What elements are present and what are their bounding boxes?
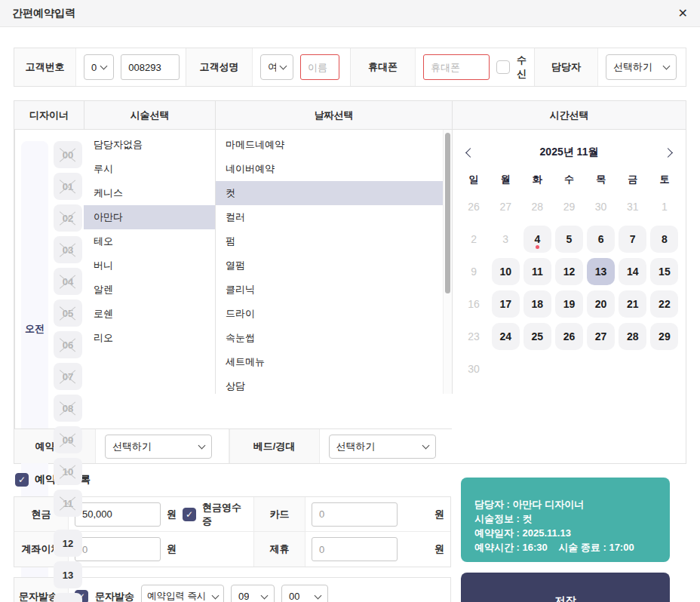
procedure-scrollbar[interactable] xyxy=(443,130,452,394)
card-input[interactable] xyxy=(312,502,398,527)
designer-item[interactable]: 담당자없음 xyxy=(84,133,215,157)
calendar-day[interactable]: 26 xyxy=(555,323,583,350)
designer-item[interactable]: 루시 xyxy=(84,157,215,181)
calendar-prev-icon[interactable] xyxy=(465,148,475,158)
customer-number-input[interactable] xyxy=(121,54,180,80)
summary-line: 예약일자 : 2025.11.13 xyxy=(474,526,656,540)
transfer-input[interactable] xyxy=(75,537,161,561)
am-hour-button: 05 xyxy=(54,299,82,327)
sms-hour-select[interactable]: 09 xyxy=(231,585,275,602)
procedure-item[interactable]: 컬러 xyxy=(216,205,452,229)
booking-type-select[interactable]: 선택하기 xyxy=(105,435,212,459)
procedure-item[interactable]: 열펌 xyxy=(216,253,452,278)
weekday-label: 화 xyxy=(521,173,553,186)
chevron-down-icon xyxy=(663,63,671,70)
calendar-day[interactable]: 14 xyxy=(619,258,646,285)
manager-select[interactable]: 선택하기 xyxy=(606,54,677,80)
cash-receipt-checkbox[interactable]: ✓ xyxy=(183,508,196,521)
phone-cell: 수신 xyxy=(416,48,535,86)
calendar-day[interactable]: 19 xyxy=(555,290,583,318)
designer-item[interactable]: 알렌 xyxy=(84,278,215,302)
calendar-day[interactable]: 27 xyxy=(587,323,615,350)
customer-number-prefix-select[interactable]: 0 xyxy=(84,54,114,80)
procedure-list: 마메드네예약네이버예약컷컬러펌열펌클리닉드라이속눈썹세트메뉴상담 xyxy=(215,130,452,394)
phone-label: 휴대폰 xyxy=(351,48,416,86)
calendar-day-today[interactable]: 4 xyxy=(523,226,551,253)
customer-name-input[interactable] xyxy=(300,54,339,80)
pm-hour-button[interactable]: 13 xyxy=(54,561,82,588)
calendar-day[interactable]: 18 xyxy=(523,290,551,318)
partner-input[interactable] xyxy=(312,537,398,561)
calendar-day xyxy=(555,355,583,382)
calendar-day[interactable]: 24 xyxy=(492,323,520,350)
designer-item-selected[interactable]: 아만다 xyxy=(84,205,215,229)
calendar-day xyxy=(492,355,520,382)
pm-hour-button[interactable]: 14 xyxy=(54,593,82,602)
calendar-day[interactable]: 29 xyxy=(650,323,678,350)
weekday-label: 월 xyxy=(490,173,521,186)
calendar-day[interactable]: 10 xyxy=(492,258,520,285)
procedure-item-selected[interactable]: 컷 xyxy=(216,181,452,205)
calendar-day[interactable]: 6 xyxy=(587,226,615,253)
save-button[interactable]: 저장 xyxy=(461,573,670,602)
customer-name-cell: 여 xyxy=(253,48,351,86)
calendar-day-selected[interactable]: 13 xyxy=(587,258,615,285)
dialog-title: 간편예약입력 xyxy=(12,7,75,20)
calendar-day[interactable]: 25 xyxy=(523,323,551,350)
dialog-titlebar: 간편예약입력 ✕ xyxy=(0,0,700,27)
designer-list: 담당자없음루시케니스아만다테오버니알렌로쉔리오 xyxy=(84,130,215,394)
pm-hour-button[interactable]: 12 xyxy=(54,530,82,557)
designer-item[interactable]: 케니스 xyxy=(84,181,215,205)
calendar-day[interactable]: 8 xyxy=(650,226,678,253)
partner-label: 제휴 xyxy=(254,532,305,567)
receive-checkbox[interactable] xyxy=(496,60,510,74)
manager-cell: 선택하기 xyxy=(598,48,686,86)
scrollbar-thumb[interactable] xyxy=(445,133,450,293)
won-label: 원 xyxy=(434,542,444,556)
calendar-day[interactable]: 5 xyxy=(555,226,583,253)
sms-timing-select[interactable]: 예약입력 즉시 xyxy=(141,585,224,602)
am-hour-button: 06 xyxy=(54,331,82,358)
customer-number-cell: 0 xyxy=(76,48,186,86)
procedure-item[interactable]: 속눈썹 xyxy=(216,326,452,350)
designer-item[interactable]: 버니 xyxy=(84,253,215,278)
designer-item[interactable]: 로쉔 xyxy=(84,302,215,326)
am-hour-button: 09 xyxy=(54,426,82,453)
card-label: 카드 xyxy=(254,497,305,532)
summary-line: 예약시간 : 16:30 시술 종료 : 17:00 xyxy=(474,540,656,554)
calendar-day[interactable]: 28 xyxy=(619,323,646,350)
procedure-item[interactable]: 펌 xyxy=(216,229,452,253)
time-panel: 오전 000102030405060708091011 오후 121314151… xyxy=(14,130,84,428)
designer-item[interactable]: 리오 xyxy=(84,326,215,350)
calendar-day[interactable]: 17 xyxy=(492,290,520,318)
calendar-day[interactable]: 12 xyxy=(555,258,583,285)
am-hour-button: 04 xyxy=(54,268,82,295)
procedure-item[interactable]: 상담 xyxy=(216,374,452,394)
calendar-day[interactable]: 7 xyxy=(619,226,646,253)
calendar-day[interactable]: 22 xyxy=(650,290,678,318)
chevron-down-icon xyxy=(100,63,108,70)
chevron-down-icon xyxy=(422,441,429,449)
calendar-day: 30 xyxy=(587,193,615,220)
designer-item[interactable]: 테오 xyxy=(84,229,215,253)
deposit-register-checkbox[interactable]: ✓ xyxy=(15,473,29,487)
bed-select[interactable]: 선택하기 xyxy=(329,435,436,459)
cash-input[interactable] xyxy=(75,502,161,527)
gender-select[interactable]: 여 xyxy=(260,54,293,80)
procedure-item[interactable]: 네이버예약 xyxy=(216,157,452,181)
procedure-item[interactable]: 클리닉 xyxy=(216,278,452,302)
procedure-item[interactable]: 세트메뉴 xyxy=(216,350,452,374)
calendar-day[interactable]: 15 xyxy=(650,258,678,285)
procedure-item[interactable]: 드라이 xyxy=(216,302,452,326)
calendar-day[interactable]: 21 xyxy=(619,290,646,318)
sms-cell: ✓ 문자발송 예약입력 즉시 09 00 xyxy=(69,578,450,602)
close-icon[interactable]: ✕ xyxy=(678,8,688,20)
calendar-day: 28 xyxy=(523,193,551,220)
calendar-day[interactable]: 20 xyxy=(587,290,615,318)
calendar-next-icon[interactable] xyxy=(663,148,673,158)
calendar-day[interactable]: 11 xyxy=(523,258,551,285)
sms-minute-select[interactable]: 00 xyxy=(281,585,328,602)
procedure-item[interactable]: 마메드네예약 xyxy=(216,133,452,157)
phone-input[interactable] xyxy=(423,54,490,80)
receive-label: 수신 xyxy=(517,54,527,81)
